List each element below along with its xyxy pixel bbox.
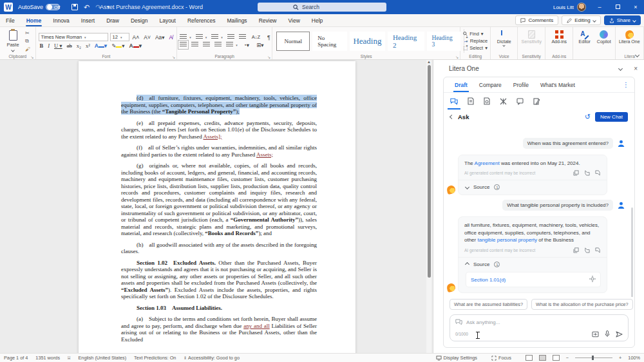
editor-button[interactable]: Editor bbox=[576, 29, 593, 53]
redo-icon[interactable]: ↷ bbox=[95, 3, 101, 12]
insert-selection-icon[interactable] bbox=[592, 331, 599, 338]
source-link[interactable]: Section 1.01(d) bbox=[471, 277, 506, 283]
style-heading-2[interactable]: Heading 2 bbox=[388, 32, 424, 51]
thumbs-up-icon[interactable] bbox=[595, 170, 601, 176]
justify-icon[interactable] bbox=[214, 42, 222, 48]
paste-button[interactable]: Paste bbox=[3, 29, 23, 53]
zoom-in-icon[interactable]: + bbox=[619, 355, 621, 361]
select-button[interactable]: ⬚Select ▾ bbox=[463, 45, 488, 51]
align-left-icon[interactable] bbox=[180, 42, 187, 48]
source-toggle[interactable]: Source 1 bbox=[459, 257, 607, 272]
clipboard-dialog-launcher[interactable]: ↘ bbox=[31, 55, 34, 59]
copilot-button[interactable]: Copilot bbox=[595, 29, 612, 53]
shrink-font-icon[interactable]: A˅ bbox=[142, 34, 152, 41]
language-indicator[interactable]: English (United States) bbox=[78, 355, 126, 361]
ribbon-tab-mailings[interactable]: Mailings bbox=[221, 14, 252, 26]
document-scrollbar[interactable]: ▲ bbox=[426, 60, 431, 353]
styles-dialog-launcher[interactable]: ↘ bbox=[455, 55, 459, 59]
shading-icon[interactable]: ◔▾ bbox=[242, 42, 251, 48]
document-paragraph[interactable]: (d) all furniture, fixtures, equipment, … bbox=[121, 95, 317, 115]
panel-close-icon[interactable]: × bbox=[634, 65, 638, 72]
panel-collapse-icon[interactable] bbox=[618, 66, 623, 70]
borders-icon[interactable]: ⊞▾ bbox=[255, 42, 265, 48]
subscript-button[interactable]: x₂ bbox=[75, 43, 82, 49]
zoom-level[interactable]: 100% bbox=[628, 355, 640, 361]
proofing-icon[interactable]: ⌸ bbox=[68, 355, 70, 361]
user-message-bubble[interactable]: What tangible personal property is inclu… bbox=[502, 200, 613, 211]
copy-icon[interactable]: ⧉ bbox=[25, 38, 30, 44]
thumbs-down-icon[interactable] bbox=[584, 170, 590, 176]
superscript-button[interactable]: x² bbox=[84, 43, 91, 49]
document-paragraph[interactable]: (e) all prepaid expenses, credits, advan… bbox=[121, 120, 317, 140]
draft-tool-icon[interactable] bbox=[533, 93, 540, 110]
print-layout-icon[interactable] bbox=[539, 355, 546, 361]
document-paragraph[interactable]: (g) originals or, where not available, c… bbox=[121, 162, 317, 237]
ribbon-tab-view[interactable]: View bbox=[283, 14, 306, 26]
decrease-indent-icon[interactable] bbox=[227, 34, 234, 40]
source-item[interactable]: Section 1.01(d) bbox=[466, 272, 601, 287]
ribbon-tab-draw[interactable]: Draw bbox=[100, 14, 125, 26]
document-paragraph[interactable]: (f) all of Seller’s rights under warrant… bbox=[121, 144, 317, 158]
read-mode-icon[interactable] bbox=[526, 355, 533, 361]
chat-tool-icon[interactable] bbox=[450, 93, 458, 110]
send-icon[interactable] bbox=[616, 331, 623, 338]
panel-tab-compare[interactable]: Compare bbox=[473, 77, 507, 92]
accessibility-status[interactable]: 🯅Accessibility: Good to go bbox=[184, 355, 240, 361]
mic-icon[interactable] bbox=[605, 330, 610, 338]
cut-icon[interactable]: ✂ bbox=[25, 30, 30, 36]
show-marks-icon[interactable]: ¶ bbox=[266, 34, 272, 41]
document-paragraph[interactable]: (h) all goodwill associated with any of … bbox=[121, 242, 317, 255]
ribbon-tab-help[interactable]: Help bbox=[306, 14, 328, 26]
grow-font-icon[interactable]: A˄ bbox=[131, 34, 141, 41]
style-heading-3[interactable]: Heading 3 bbox=[427, 32, 460, 51]
comments-tool-icon[interactable] bbox=[516, 93, 524, 110]
user-avatar[interactable] bbox=[577, 3, 586, 12]
ribbon-tab-review[interactable]: Review bbox=[253, 14, 283, 26]
chat-input[interactable]: Ask anything... 0/1000 bbox=[450, 314, 629, 341]
font-dialog-launcher[interactable]: ↘ bbox=[172, 55, 175, 59]
web-layout-icon[interactable] bbox=[553, 355, 560, 361]
suggested-question-chip[interactable]: What is the allocation of the purchase p… bbox=[531, 299, 633, 310]
paragraph-dialog-launcher[interactable]: ↘ bbox=[267, 55, 270, 59]
document-paragraph[interactable]: Section 1.02 Excluded Assets. Other than… bbox=[121, 260, 317, 300]
word-logo-icon[interactable]: W bbox=[4, 3, 13, 12]
ribbon-tab-home[interactable]: Home bbox=[21, 14, 48, 26]
workflow-tool-icon[interactable] bbox=[500, 93, 507, 110]
focus-button[interactable]: Focus bbox=[491, 355, 511, 361]
document-paragraph[interactable]: (a) Subject to the terms and conditions … bbox=[121, 316, 317, 343]
zoom-out-icon[interactable]: − bbox=[566, 355, 569, 361]
ribbon-tab-insert[interactable]: Insert bbox=[75, 14, 100, 26]
user-message-bubble[interactable]: When was this agreement entered? bbox=[523, 138, 613, 149]
review-tool-icon[interactable] bbox=[484, 93, 490, 110]
new-chat-button[interactable]: New Chat bbox=[595, 112, 628, 122]
scroll-up-icon[interactable]: ▲ bbox=[426, 60, 431, 64]
font-family-combo[interactable]: Times New Roman▾ bbox=[39, 33, 108, 41]
dictate-button[interactable]: Dictate bbox=[493, 29, 515, 53]
ribbon-tab-innova[interactable]: Innova bbox=[47, 14, 75, 26]
panel-tab-draft[interactable]: Draft bbox=[449, 77, 473, 92]
share-button[interactable]: Share bbox=[604, 15, 641, 25]
display-settings-button[interactable]: Display Settings bbox=[436, 355, 477, 361]
minimize-button[interactable]: – bbox=[595, 4, 604, 10]
suggested-question-chip[interactable]: What are the assumed liabilities? bbox=[450, 299, 527, 310]
copy-icon[interactable] bbox=[573, 170, 579, 176]
ribbon-tab-references[interactable]: References bbox=[182, 14, 221, 26]
panel-tab-profile[interactable]: Profile bbox=[507, 77, 535, 92]
bullets-icon[interactable]: ▾ bbox=[180, 34, 191, 40]
locate-icon[interactable] bbox=[589, 276, 596, 283]
font-size-combo[interactable]: 12▾ bbox=[110, 33, 129, 41]
addins-button[interactable]: Add-ins bbox=[548, 29, 570, 53]
thumbs-up-icon[interactable] bbox=[595, 247, 601, 253]
text-predictions[interactable]: Text Predictions: On bbox=[134, 355, 176, 361]
text-effects-icon[interactable]: A▾ bbox=[93, 43, 108, 49]
increase-indent-icon[interactable] bbox=[239, 34, 246, 40]
bold-button[interactable]: B bbox=[39, 43, 45, 49]
document-paragraph[interactable]: Section 1.03 Assumed Liabilities. bbox=[121, 305, 317, 312]
panel-menu-icon[interactable]: ⋮ bbox=[623, 81, 629, 88]
strikethrough-button[interactable]: ab bbox=[66, 43, 73, 49]
source-toggle[interactable]: Source 1 bbox=[459, 180, 607, 195]
chat-scrollbar[interactable] bbox=[631, 207, 633, 297]
copy-icon[interactable] bbox=[573, 247, 579, 253]
align-right-icon[interactable] bbox=[203, 42, 210, 48]
zoom-slider-thumb[interactable] bbox=[592, 356, 594, 360]
